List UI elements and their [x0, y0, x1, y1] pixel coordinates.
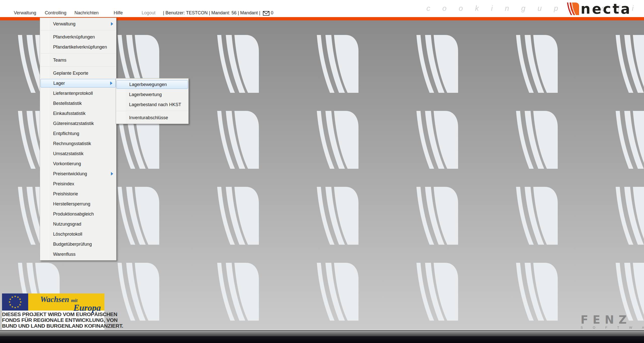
menu-separator — [41, 30, 116, 31]
menu-item-lieferantenprotokoll[interactable]: Lieferantenprotokoll — [40, 88, 116, 98]
leaf-pattern-icon — [214, 35, 259, 93]
menu-item-entpflichtung[interactable]: Entpflichtung — [40, 128, 116, 139]
leaf-pattern-icon — [114, 263, 159, 321]
menu-item-vorkontierung[interactable]: Vorkontierung — [40, 159, 116, 169]
eu-banner-text-line: BUND UND LAND BURGENLAND KOFINANZIERT. — [2, 323, 104, 329]
menu-item-preisentwicklung[interactable]: Preisentwicklung — [40, 169, 116, 179]
mail-count: 0 — [271, 10, 273, 16]
user-info-text: | Benutzer: TESTCON | Mandant: 56 | Mand… — [163, 10, 260, 16]
leaf-pattern-icon — [214, 111, 259, 169]
leaf-pattern-icon — [114, 187, 159, 245]
menu-item-produktionsabgleich[interactable]: Produktionsabgleich — [40, 209, 116, 219]
eu-funding-banner: ★★★★★★★★★★★★ Wachsen mit Europa DIESES P… — [2, 293, 104, 329]
menu-item-geplante-exporte[interactable]: Geplante Exporte — [40, 68, 116, 78]
menu-item-gutereinsatzstatistik[interactable]: Gütereinsatzstatistik — [40, 118, 116, 128]
leaf-pattern-icon — [214, 263, 259, 321]
menu-item-budgetuberprufung[interactable]: Budgetüberprüfung — [40, 239, 116, 249]
eu-banner-title: Wachsen mit Europa — [28, 293, 104, 311]
eu-star-icon: ★ — [19, 301, 22, 303]
controlling-menu: VerwaltungPfandverknüpfungenPfandartikel… — [40, 18, 116, 261]
menubar-item-logout[interactable]: Logout — [142, 10, 155, 16]
leaf-pattern-icon — [214, 187, 259, 245]
menu-item-verwaltung[interactable]: Verwaltung — [40, 19, 116, 29]
menu-item-warenfluss[interactable]: Warenfluss — [40, 249, 116, 259]
submenu-arrow-icon — [111, 22, 113, 26]
eu-banner-text: DIESES PROJEKT WIRD VOM EUROPÄISCHENFOND… — [2, 311, 104, 330]
menu-item-pfandverknupfungen[interactable]: Pfandverknüpfungen — [40, 32, 116, 42]
leaf-pattern-icon — [413, 187, 458, 245]
leaf-pattern-icon — [612, 263, 644, 321]
menu-item-teams[interactable]: Teams — [40, 55, 116, 65]
menu-item-preishistorie[interactable]: Preishistorie — [40, 189, 116, 199]
eu-banner-top: ★★★★★★★★★★★★ Wachsen mit Europa — [2, 293, 104, 311]
menu-item-lager[interactable]: Lager — [41, 79, 116, 88]
eu-star-icon: ★ — [8, 301, 11, 303]
menu-item-rechnungsstatistik[interactable]: Rechnungsstatistik — [40, 139, 116, 149]
eu-banner-line1-small: mit — [71, 298, 77, 303]
fenz-watermark-sub: S O F T W A R E — [581, 326, 644, 329]
eu-flag: ★★★★★★★★★★★★ — [2, 293, 28, 311]
leaf-pattern-icon — [512, 187, 558, 245]
leaf-pattern-icon — [313, 187, 358, 245]
leaf-pattern-icon — [612, 187, 644, 245]
necta-logo-text: necta — [581, 3, 631, 15]
eu-banner-line1: Wachsen mit — [40, 295, 77, 304]
menubar-item-nachrichten[interactable]: Nachrichten — [74, 10, 99, 16]
submenu-arrow-icon — [111, 172, 113, 176]
necta-logo-icon — [566, 3, 579, 15]
footer-bar — [0, 330, 644, 343]
menu-item-bestellstatistik[interactable]: Bestellstatistik — [40, 98, 116, 108]
menu-item-umsatzstatistik[interactable]: Umsatzstatistik — [40, 149, 116, 159]
menubar-item-verwaltung[interactable]: Verwaltung — [14, 10, 36, 16]
eu-banner-line2: Europa — [73, 303, 101, 313]
menu-item-inventurabschlusse[interactable]: Inventurabschlüsse — [116, 113, 188, 123]
leaf-pattern-icon — [512, 35, 558, 93]
leaf-pattern-icon — [612, 111, 644, 169]
menubar-item-controlling[interactable]: Controlling — [45, 10, 66, 16]
footer-dark-band — [0, 336, 644, 343]
lager-submenu: LagerbewegungenLagerbewertungLagerbestan… — [116, 78, 189, 124]
menu-item-preisindex[interactable]: Preisindex — [40, 179, 116, 189]
menu-item-einkaufsstatistik[interactable]: Einkaufsstatistik — [40, 108, 116, 118]
leaf-pattern-icon — [413, 111, 458, 169]
necta-logo: necta — [566, 3, 631, 15]
leaf-pattern-icon — [413, 263, 458, 321]
leaf-pattern-icon — [512, 263, 558, 321]
user-info: | Benutzer: TESTCON | Mandant: 56 | Mand… — [163, 10, 273, 16]
leaf-pattern-icon — [313, 35, 358, 93]
submenu-arrow-icon — [110, 81, 112, 85]
leaf-pattern-icon — [612, 35, 644, 93]
top-menubar: VerwaltungControllingNachrichtenHilfe Lo… — [0, 0, 644, 17]
menu-item-lagerbewertung[interactable]: Lagerbewertung — [116, 90, 188, 100]
eu-banner-text-line: FONDS FÜR REGIONALE ENTWICKLUNG, VON — [2, 317, 104, 323]
leaf-pattern-icon — [313, 111, 358, 169]
footer-gradient-band — [0, 331, 644, 336]
menu-item-herstellersperrung[interactable]: Herstellersperrung — [40, 199, 116, 209]
menu-separator — [41, 66, 116, 67]
fenz-watermark-name: FENZ — [581, 315, 644, 325]
menubar-item-hilfe[interactable]: Hilfe — [114, 10, 123, 16]
mail-icon[interactable] — [263, 11, 269, 16]
menu-item-nutzungsgrad[interactable]: Nutzungsgrad — [40, 219, 116, 229]
menu-separator — [116, 111, 188, 111]
leaf-pattern-icon — [313, 263, 358, 321]
eu-star-icon: ★ — [14, 306, 16, 309]
menu-item-lagerbestand-nach-hkst[interactable]: Lagerbestand nach HKST — [116, 100, 188, 110]
menu-item-pfandartikelverknupfungen[interactable]: Pfandartikelverknüpfungen — [40, 42, 116, 52]
menu-item-lagerbewegungen[interactable]: Lagerbewegungen — [116, 80, 188, 89]
menu-separator — [41, 53, 116, 54]
menu-item-loschprotokoll[interactable]: Löschprotokoll — [40, 229, 116, 239]
fenz-watermark: FENZ S O F T W A R E — [581, 315, 644, 329]
leaf-pattern-icon — [413, 35, 458, 93]
leaf-pattern-icon — [512, 111, 558, 169]
